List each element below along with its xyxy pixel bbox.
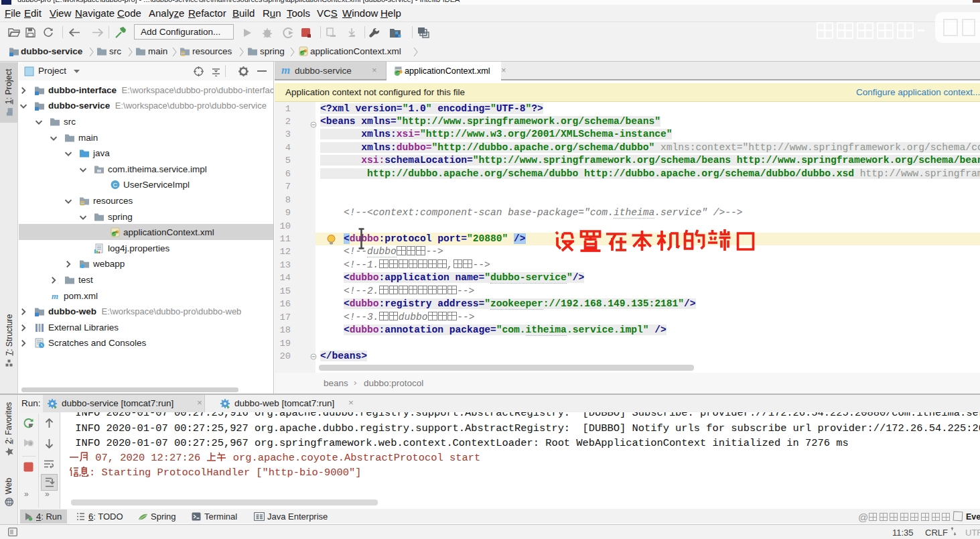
svg-text:C: C: [113, 181, 118, 188]
svg-text:m: m: [52, 291, 58, 301]
svg-text:9: 9: [29, 440, 32, 446]
